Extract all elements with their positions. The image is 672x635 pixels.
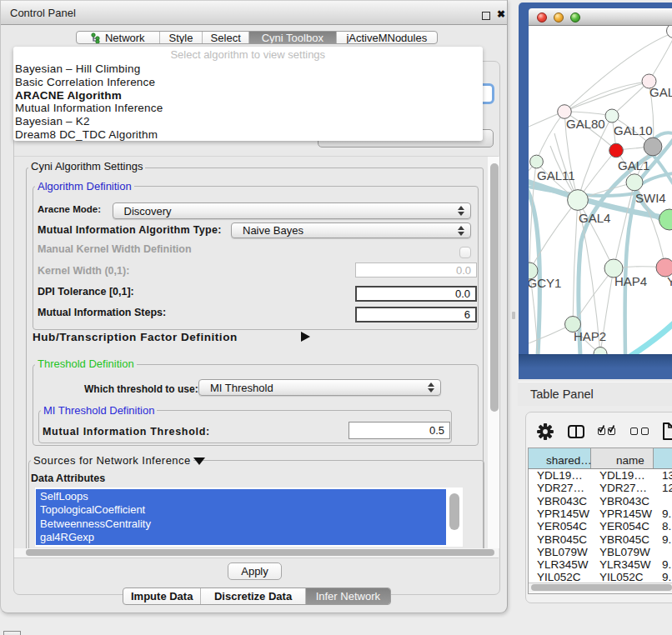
svg-text:SWI4: SWI4	[635, 191, 666, 205]
svg-text:GAL10: GAL10	[614, 123, 653, 138]
svg-text:HAP4: HAP4	[614, 274, 647, 288]
svg-text:GAL11: GAL11	[537, 168, 575, 182]
svg-text:GAL80: GAL80	[566, 117, 605, 131]
svg-text:GCY1: GCY1	[529, 276, 561, 290]
svg-text:HAP2: HAP2	[574, 329, 606, 343]
svg-text:GAL1: GAL1	[618, 158, 649, 172]
svg-text:GAL7: GAL7	[649, 85, 672, 99]
svg-text:GAL4: GAL4	[579, 211, 610, 225]
svg-text:YL: YL	[667, 274, 672, 288]
